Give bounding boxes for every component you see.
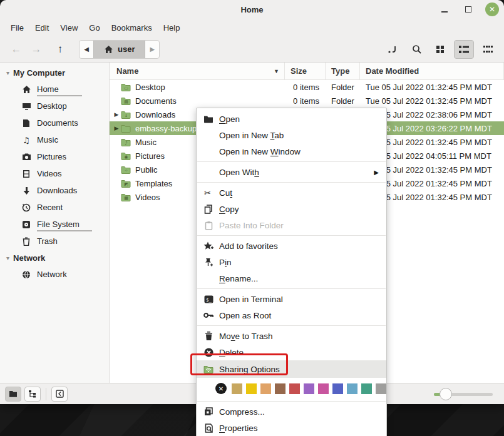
erase-color-icon: ✕ — [219, 385, 224, 392]
menubar-item-edit[interactable]: Edit — [29, 21, 54, 35]
sidebar-item-network[interactable]: Network — [0, 266, 109, 283]
location-entry-button[interactable] — [383, 40, 403, 59]
folder-desktop-icon: ▭ — [121, 83, 131, 91]
places-toggle-button[interactable] — [5, 387, 21, 402]
sidebar-item-downloads[interactable]: Downloads — [0, 182, 109, 199]
forward-button[interactable]: → — [26, 40, 46, 59]
svg-text:✂: ✂ — [204, 188, 211, 197]
zoom-slider-knob[interactable] — [440, 388, 452, 400]
sidebar-item-videos[interactable]: Videos — [0, 165, 109, 182]
color-swatch[interactable] — [361, 383, 372, 394]
menu-item-cut[interactable]: ✂ Cut — [197, 185, 386, 201]
breadcrumb-item-user[interactable]: user — [93, 41, 145, 58]
color-swatch[interactable] — [304, 383, 314, 394]
up-button[interactable]: ↑ — [50, 40, 70, 59]
color-swatch[interactable] — [260, 383, 271, 394]
download-icon — [23, 186, 31, 195]
sidebar-item-recent[interactable]: Recent — [0, 199, 109, 216]
sidebar-item-home[interactable]: Home — [0, 81, 109, 98]
close-button[interactable]: ✕ — [485, 3, 499, 16]
breadcrumb-scroll-left-button[interactable]: ◀ — [80, 41, 93, 58]
scissors-icon: ✂ — [204, 188, 213, 197]
zoom-slider[interactable] — [434, 387, 496, 402]
menubar-item-file[interactable]: File — [5, 21, 29, 35]
close-icon: ✕ — [489, 5, 495, 14]
list-view-button[interactable] — [454, 40, 474, 59]
sidebar-item-documents[interactable]: Documents — [0, 114, 109, 131]
expander-icon[interactable]: ▶ — [112, 125, 121, 131]
window-title: Home — [0, 5, 504, 14]
maximize-button[interactable] — [461, 3, 475, 16]
menu-item-move-to-trash[interactable]: Move to Trash — [197, 328, 386, 344]
column-header-type[interactable]: Type — [326, 63, 360, 79]
search-button[interactable] — [406, 40, 426, 59]
menu-item-pin[interactable]: Pin — [197, 254, 386, 270]
breadcrumb-label: user — [118, 44, 135, 54]
compress-icon — [204, 407, 213, 416]
menu-item-open-with[interactable]: Open With ▶ — [197, 164, 386, 180]
menu-item-open-in-new-window[interactable]: Open in New Window — [197, 143, 386, 160]
folder-templates-icon: ◩ — [121, 179, 131, 188]
sidebar-item-trash[interactable]: Trash — [0, 233, 109, 250]
menubar-item-help[interactable]: Help — [158, 21, 186, 35]
color-swatch[interactable] — [347, 383, 357, 394]
sidebar-section-my-computer[interactable]: ▾ My Computer — [0, 64, 109, 81]
menu-item-rename[interactable]: Rename... — [197, 270, 386, 286]
menu-item-properties[interactable]: Properties — [197, 420, 386, 436]
menu-item-add-to-favorites[interactable]: Add to favorites — [197, 238, 386, 254]
breadcrumb: ◀ user ▶ — [79, 40, 160, 59]
color-swatch[interactable] — [332, 383, 343, 394]
titlebar[interactable]: Home ✕ — [0, 0, 504, 19]
menu-item-copy[interactable]: Copy — [197, 201, 386, 217]
compact-view-button[interactable] — [478, 40, 498, 59]
column-header-size[interactable]: Size — [285, 63, 326, 79]
color-swatch[interactable] — [376, 383, 386, 394]
menu-item-open[interactable]: Open — [197, 111, 386, 127]
sidebar-item-file-system[interactable]: File System — [0, 216, 109, 233]
folder-downloads-icon: ↓ — [121, 110, 131, 119]
menubar-item-bookmarks[interactable]: Bookmarks — [106, 21, 158, 35]
back-button[interactable]: ← — [6, 40, 26, 59]
column-header-name[interactable]: Name▼ — [110, 63, 285, 79]
icon-view-icon — [436, 45, 445, 54]
minimize-button[interactable] — [438, 3, 451, 16]
menu-item-delete[interactable]: Delete — [197, 344, 386, 360]
menu-item-compress[interactable]: Compress... — [197, 403, 386, 420]
icon-view-button[interactable] — [430, 40, 450, 59]
file-row-desktop[interactable]: ▭ Desktop 0 items Folder Tue 05 Jul 2022… — [110, 80, 504, 94]
context-menu: Open Open in New Tab Open in New Window … — [196, 108, 387, 436]
svg-text:◩: ◩ — [124, 182, 128, 187]
color-swatch[interactable] — [289, 383, 300, 394]
menu-item-open-in-terminal[interactable]: $_ Open in Terminal — [197, 291, 386, 307]
sidebar-item-music[interactable]: ♫ Music — [0, 131, 109, 148]
treeview-toggle-button[interactable] — [24, 387, 41, 402]
hide-sidebar-button[interactable] — [51, 387, 68, 402]
column-header-date-modified[interactable]: Date Modified — [360, 63, 504, 79]
menu-item-paste-into-folder: Paste Into Folder — [197, 217, 386, 233]
properties-icon — [205, 423, 213, 433]
color-swatch[interactable] — [232, 383, 242, 394]
color-swatch[interactable] — [318, 383, 329, 394]
file-row-documents[interactable]: ▤ Documents 0 items Folder Tue 05 Jul 20… — [110, 94, 504, 108]
menu-item-open-as-root[interactable]: Open as Root — [197, 307, 386, 323]
delete-circle-icon — [204, 348, 213, 357]
folder-videos-icon: ▦ — [121, 193, 131, 201]
treeview-toggle-icon — [28, 390, 37, 398]
color-swatch[interactable] — [275, 383, 285, 394]
breadcrumb-scroll-right-button[interactable]: ▶ — [145, 41, 159, 58]
sidebar: ▾ My Computer Home Desktop Documents ♫ M… — [0, 63, 110, 383]
chevron-left-icon: ◀ — [84, 46, 89, 53]
sidebar-section-network[interactable]: ▾ Network — [0, 250, 109, 266]
sidebar-item-desktop[interactable]: Desktop — [0, 98, 109, 114]
erase-color-button[interactable]: ✕ — [215, 383, 227, 394]
menu-item-open-in-new-tab[interactable]: Open in New Tab — [197, 127, 386, 143]
menubar-item-go[interactable]: Go — [83, 21, 105, 35]
compact-view-icon — [483, 46, 493, 53]
menu-item-sharing-options[interactable]: Sharing Options — [197, 360, 386, 378]
sidebar-item-pictures[interactable]: Pictures — [0, 148, 109, 165]
folder-plain-icon — [121, 124, 131, 133]
color-swatch[interactable] — [246, 383, 257, 394]
menubar-item-view[interactable]: View — [54, 21, 83, 35]
home-icon — [104, 45, 113, 54]
expander-icon[interactable]: ▶ — [112, 111, 121, 118]
